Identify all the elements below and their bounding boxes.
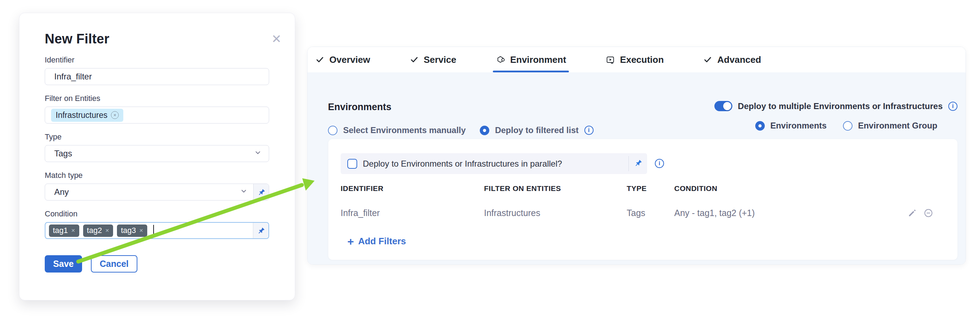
condition-field[interactable]: tag1 ✕ tag2 ✕ tag3 ✕ — [45, 222, 269, 239]
check-icon — [410, 55, 419, 64]
radio-icon[interactable] — [843, 121, 853, 131]
chip-remove-icon[interactable]: ✕ — [139, 228, 143, 233]
col-type: TYPE — [627, 184, 674, 193]
radio-label: Deploy to filtered list — [495, 125, 578, 135]
radio-environments[interactable]: Environments — [755, 121, 827, 131]
plus-icon: + — [347, 236, 354, 247]
tab-label: Advanced — [717, 54, 761, 65]
tab-execution[interactable]: Execution — [606, 47, 663, 72]
tag-label: tag2 — [87, 226, 102, 235]
col-identifier: IDENTIFIER — [340, 184, 484, 193]
info-icon[interactable]: i — [948, 102, 958, 111]
radio-label: Environments — [770, 121, 827, 131]
remove-minus-circle-icon[interactable] — [920, 208, 936, 218]
tab-environment[interactable]: Environment — [496, 47, 566, 72]
filter-on-entities-field[interactable]: Infrastructures ✕ — [45, 107, 269, 123]
chevron-down-icon — [253, 148, 262, 159]
toggle-label: Deploy to multiple Environments or Infra… — [738, 101, 943, 111]
condition-tag-chip[interactable]: tag3 ✕ — [117, 224, 147, 237]
chip-remove-icon[interactable]: ✕ — [71, 228, 75, 233]
deploy-multiple-toggle[interactable] — [714, 101, 732, 111]
tab-label: Environment — [510, 54, 566, 65]
radio-icon[interactable] — [755, 121, 765, 131]
match-type-value: Any — [54, 187, 69, 197]
pin-icon[interactable] — [633, 158, 643, 169]
entities-chip-label: Infrastructures — [56, 110, 107, 120]
divider — [628, 156, 629, 171]
match-type-select[interactable]: Any — [45, 184, 269, 200]
tab-overview[interactable]: Overview — [315, 47, 370, 72]
text-cursor — [153, 225, 154, 237]
identifier-label: Identifier — [45, 55, 269, 65]
type-select[interactable]: Tags — [45, 145, 269, 162]
environment-tab-content: Environments Select Environments manuall… — [307, 72, 966, 264]
type-label: Type — [45, 132, 269, 142]
info-icon[interactable]: i — [584, 126, 593, 135]
cancel-button[interactable]: Cancel — [91, 255, 137, 272]
environments-section: Environments Select Environments manuall… — [328, 102, 593, 135]
condition-tag-chip[interactable]: tag2 ✕ — [83, 224, 113, 237]
execution-icon — [606, 55, 615, 65]
edit-pencil-icon[interactable] — [904, 208, 920, 218]
filters-card: Deploy to Environments or Infrastructure… — [328, 139, 958, 260]
check-icon — [703, 55, 712, 64]
tag-label: tag3 — [121, 226, 136, 235]
filters-table-header: IDENTIFIER FILTER ON ENTITIES TYPE CONDI… — [340, 184, 936, 193]
identifier-field[interactable]: Infra_filter — [45, 68, 269, 85]
multi-env-toggle-row: Deploy to multiple Environments or Infra… — [714, 101, 958, 111]
parallel-checkbox[interactable] — [347, 159, 357, 169]
pin-icon[interactable] — [253, 184, 269, 200]
page: ✕ New Filter Identifier Infra_filter Fil… — [0, 0, 980, 317]
modal-title: New Filter — [45, 31, 269, 46]
radio-label: Select Environments manually — [343, 125, 466, 135]
tab-label: Overview — [329, 54, 370, 65]
deploy-parallel-row: Deploy to Environments or Infrastructure… — [340, 153, 647, 174]
table-row: Infra_filter Infrastructures Tags Any - … — [340, 208, 936, 218]
env-target-radio-group: Environments Environment Group — [755, 121, 937, 131]
type-value: Tags — [54, 149, 72, 158]
row-condition: Any - tag1, tag2 (+1) — [674, 208, 904, 218]
chip-remove-icon[interactable]: ✕ — [105, 228, 109, 233]
radio-deploy-filtered-list[interactable]: Deploy to filtered list i — [480, 125, 593, 135]
new-filter-modal: ✕ New Filter Identifier Infra_filter Fil… — [19, 13, 295, 300]
tab-service[interactable]: Service — [410, 47, 457, 72]
col-filter-on-entities: FILTER ON ENTITIES — [484, 184, 627, 193]
pin-icon[interactable] — [253, 223, 269, 238]
stage-tabbar: Overview Service Environment Execution A… — [307, 47, 966, 72]
identifier-value: Infra_filter — [54, 72, 92, 82]
add-filters-label: Add Filters — [358, 236, 406, 247]
tab-label: Execution — [620, 54, 663, 65]
condition-label: Condition — [45, 209, 269, 219]
add-filters-button[interactable]: + Add Filters — [347, 236, 406, 247]
condition-tag-chip[interactable]: tag1 ✕ — [49, 224, 79, 237]
chip-remove-icon[interactable]: ✕ — [111, 111, 119, 119]
chevron-down-icon — [239, 186, 248, 198]
parallel-label: Deploy to Environments or Infrastructure… — [363, 159, 562, 169]
tab-label: Service — [424, 54, 457, 65]
deploy-mode-radio-group: Select Environments manually Deploy to f… — [328, 125, 593, 135]
row-type: Tags — [627, 208, 674, 218]
multi-env-controls: Deploy to multiple Environments or Infra… — [714, 101, 958, 131]
toggle-knob — [723, 102, 731, 110]
environment-icon — [496, 55, 505, 65]
tab-advanced[interactable]: Advanced — [703, 47, 761, 72]
row-entities: Infrastructures — [484, 208, 627, 218]
radio-label: Environment Group — [858, 121, 937, 131]
environments-heading: Environments — [328, 102, 593, 113]
row-identifier: Infra_filter — [340, 208, 484, 218]
modal-buttons: Save Cancel — [45, 255, 269, 272]
col-condition: CONDITION — [674, 184, 904, 193]
radio-icon[interactable] — [480, 126, 489, 135]
info-icon[interactable]: i — [655, 159, 664, 168]
radio-select-manually[interactable]: Select Environments manually — [328, 125, 466, 135]
filter-on-entities-label: Filter on Entities — [45, 94, 269, 103]
close-icon[interactable]: ✕ — [272, 33, 282, 45]
match-type-label: Match type — [45, 171, 269, 180]
tag-label: tag1 — [53, 226, 68, 235]
check-icon — [315, 55, 325, 64]
radio-icon[interactable] — [328, 126, 337, 135]
radio-environment-group[interactable]: Environment Group — [843, 121, 937, 131]
stage-config-panel: Overview Service Environment Execution A… — [307, 46, 966, 265]
entities-chip[interactable]: Infrastructures ✕ — [51, 109, 123, 122]
save-button[interactable]: Save — [45, 255, 82, 272]
